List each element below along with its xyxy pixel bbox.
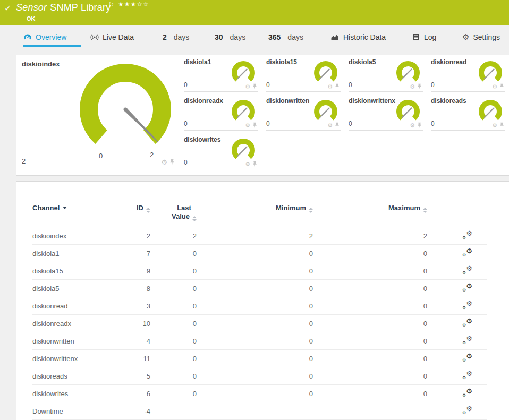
column-header-last-value[interactable]: Last Value	[150, 182, 197, 227]
channel-name-cell: diskioreads	[32, 367, 117, 385]
tab-30-days-unit: days	[230, 33, 246, 41]
channel-last-value-cell: 0	[150, 332, 197, 350]
gear-icon[interactable]: ⚙	[327, 83, 333, 90]
column-header-id[interactable]: ID	[117, 182, 150, 227]
tab-overview[interactable]: Overview	[23, 33, 81, 47]
channel-minimum-cell: 0	[197, 385, 313, 402]
mini-gauge-chart	[312, 60, 338, 85]
channel-maximum-cell: 0	[313, 280, 427, 297]
gauge-current-value: 2	[22, 157, 26, 165]
channels-table-body: diskioindex 2 2 2 2 ⚙⚙ diskiola1 7 0 0 0…	[32, 227, 487, 420]
tab-2-days[interactable]: 2days	[163, 33, 189, 45]
channel-settings-gears-icon[interactable]: ⚙⚙	[462, 230, 472, 239]
mini-gauge-chart	[230, 138, 256, 163]
gauge-tile: diskiowrites 0 ⚙	[184, 133, 258, 169]
gear-icon[interactable]: ⚙	[410, 122, 415, 128]
pin-icon[interactable]	[169, 159, 175, 166]
channel-settings-gears-icon[interactable]: ⚙⚙	[462, 265, 472, 275]
gear-icon[interactable]: ⚙	[492, 83, 497, 90]
gauge-current-value: 0	[184, 81, 188, 89]
column-header-channel[interactable]: Channel	[32, 182, 117, 227]
channel-name-cell: Downtime	[32, 402, 117, 420]
tab-live-data-label: Live Data	[103, 33, 134, 41]
channel-id-cell: 10	[117, 315, 150, 332]
gauge-tile-actions: ⚙	[410, 83, 422, 90]
channel-settings-gears-icon[interactable]: ⚙⚙	[462, 283, 472, 292]
gauge-current-value: 0	[266, 120, 270, 127]
table-row: diskioindex 2 2 2 2 ⚙⚙	[32, 227, 487, 245]
tab-2-days-unit: days	[174, 33, 190, 41]
channel-name-cell: diskiola1	[32, 245, 117, 262]
pin-icon[interactable]	[499, 83, 504, 90]
gauge-tile: diskiola15 0 ⚙	[266, 56, 341, 92]
channel-settings-gears-icon[interactable]: ⚙⚙	[462, 353, 472, 362]
gauge-needle	[402, 108, 412, 118]
channel-settings-gears-icon[interactable]: ⚙⚙	[462, 371, 472, 380]
tab-log[interactable]: Log	[412, 33, 436, 45]
flag-icon[interactable]: ⚐	[108, 1, 114, 8]
tab-live-data[interactable]: Live Data	[90, 33, 134, 45]
gear-icon[interactable]: ⚙	[245, 161, 250, 167]
gear-icon[interactable]: ⚙	[492, 122, 497, 128]
channel-name-cell: diskiola5	[32, 280, 117, 297]
gear-icon[interactable]: ⚙	[161, 159, 167, 166]
channel-settings-gears-icon[interactable]: ⚙⚙	[462, 248, 472, 257]
gauge-tile-actions: ⚙	[492, 83, 504, 90]
channel-settings-gears-icon[interactable]: ⚙⚙	[462, 318, 472, 327]
sort-arrows-icon	[192, 216, 197, 221]
pin-icon[interactable]	[252, 83, 257, 90]
pin-icon[interactable]	[335, 122, 340, 128]
channel-last-value-cell: 0	[150, 262, 197, 280]
channel-name-cell: diskioindex	[32, 227, 117, 245]
gauge-needle	[485, 70, 494, 79]
gear-icon[interactable]: ⚙	[245, 122, 250, 128]
gear-icon[interactable]: ⚙	[327, 122, 333, 128]
mini-gauge-chart	[230, 99, 256, 124]
channel-last-value-cell: 0	[150, 245, 197, 262]
tab-bar: Overview Live Data 2days 30days 365days …	[0, 25, 509, 55]
gauge-tile: diskionwrittenx 0 ⚙	[349, 95, 423, 131]
channel-id-cell: 11	[117, 350, 150, 367]
channel-maximum-cell: 0	[313, 367, 427, 385]
page-title-kind: Sensor	[16, 2, 47, 13]
channel-minimum-cell: 0	[197, 280, 313, 297]
pin-icon[interactable]	[252, 122, 257, 128]
channel-last-value-cell: 0	[150, 297, 197, 315]
channel-minimum-cell: 2	[197, 227, 313, 245]
priority-stars[interactable]: ★★★☆☆	[118, 1, 149, 8]
gauge-needle	[402, 70, 412, 79]
channel-settings-gears-icon[interactable]: ⚙⚙	[462, 336, 472, 345]
channel-last-value-cell	[150, 402, 197, 420]
gauge-tile: diskionreadx 0 ⚙	[184, 95, 258, 131]
pin-icon[interactable]	[417, 122, 422, 128]
tab-historic-data-label: Historic Data	[343, 33, 386, 41]
tab-historic-data[interactable]: Historic Data	[330, 33, 386, 45]
column-header-maximum[interactable]: Maximum	[313, 182, 427, 227]
gauge-needle	[237, 70, 247, 79]
table-header-row: Channel ID Last Value Minimum Maximum	[32, 182, 487, 227]
gear-icon[interactable]: ⚙	[245, 83, 250, 90]
channel-last-value-cell: 0	[150, 315, 197, 332]
channel-minimum-cell: 0	[197, 332, 313, 350]
tab-365-days[interactable]: 365days	[268, 33, 303, 45]
channel-settings-gears-icon[interactable]: ⚙⚙	[462, 388, 472, 397]
column-header-minimum[interactable]: Minimum	[197, 182, 313, 227]
pin-icon[interactable]	[335, 83, 340, 90]
channel-settings-gears-icon[interactable]: ⚙⚙	[462, 406, 472, 415]
channel-name-cell: diskionwrittenx	[32, 350, 117, 367]
pin-icon[interactable]	[252, 161, 257, 167]
pin-icon[interactable]	[417, 83, 422, 90]
channel-maximum-cell: 0	[313, 262, 427, 280]
pin-icon[interactable]	[499, 122, 504, 128]
mini-gauge-chart	[394, 99, 421, 124]
channel-settings-gears-icon[interactable]: ⚙⚙	[462, 301, 472, 310]
channel-minimum-cell: 0	[197, 350, 313, 367]
channel-minimum-cell	[197, 402, 313, 420]
gauge-title: diskiola15	[266, 58, 297, 66]
gear-icon[interactable]: ⚙	[410, 83, 415, 90]
small-gauges-grid: diskiola1 0 ⚙ diskiola15 0 ⚙ diskiola5	[184, 56, 505, 172]
tab-settings[interactable]: ⚙ Settings	[462, 33, 500, 45]
tab-30-days[interactable]: 30days	[215, 33, 245, 45]
area-chart-icon	[330, 33, 340, 41]
gauge-scale-max: 2	[150, 151, 154, 159]
